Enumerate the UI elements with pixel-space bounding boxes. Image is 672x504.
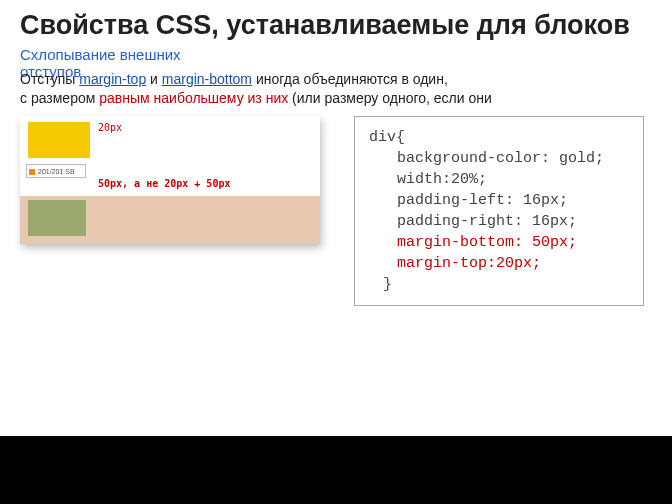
code-line: padding-left: 16px; bbox=[369, 190, 631, 211]
para-text: Отступы bbox=[20, 71, 79, 87]
label-20px: 20px bbox=[98, 122, 122, 133]
label-50px-note: 50px, а не 20px + 50px bbox=[98, 178, 230, 189]
para-text: с размером bbox=[20, 90, 99, 106]
code-line-highlight: margin-top:20px; bbox=[369, 253, 631, 274]
para-text: иногда объединяются в один, bbox=[252, 71, 448, 87]
code-line: background-color: gold; bbox=[369, 148, 631, 169]
subtitle-line1: Схлопывание внешних bbox=[20, 46, 181, 63]
para-text: и bbox=[146, 71, 162, 87]
footer-bar bbox=[0, 436, 672, 504]
gold-box-top bbox=[28, 122, 90, 158]
code-line: } bbox=[369, 274, 631, 295]
content-row: 20px 201/201 SB 50px, а не 20px + 50px d… bbox=[20, 116, 652, 306]
olive-box bbox=[28, 200, 86, 236]
margin-bottom-link[interactable]: margin-bottom bbox=[162, 71, 252, 87]
margin-top-link[interactable]: margin-top bbox=[79, 71, 146, 87]
capture-badge: 201/201 SB bbox=[26, 164, 86, 178]
code-line-highlight: margin-bottom: 50px; bbox=[369, 232, 631, 253]
code-line: padding-right: 16px; bbox=[369, 211, 631, 232]
description-paragraph: Отступы margin-top и margin-bottom иногд… bbox=[20, 70, 640, 108]
code-line: div{ bbox=[369, 127, 631, 148]
margin-collapse-illustration: 20px 201/201 SB 50px, а не 20px + 50px bbox=[20, 116, 320, 244]
slide: Свойства CSS, устанавливаемые для блоков… bbox=[0, 0, 672, 504]
css-code-block: div{ background-color: gold; width:20%; … bbox=[354, 116, 644, 306]
code-line: width:20%; bbox=[369, 169, 631, 190]
para-text: (или размеру одного, если они bbox=[288, 90, 492, 106]
page-title: Свойства CSS, устанавливаемые для блоков bbox=[20, 10, 652, 41]
para-emphasis: равным наибольшему из них bbox=[99, 90, 288, 106]
